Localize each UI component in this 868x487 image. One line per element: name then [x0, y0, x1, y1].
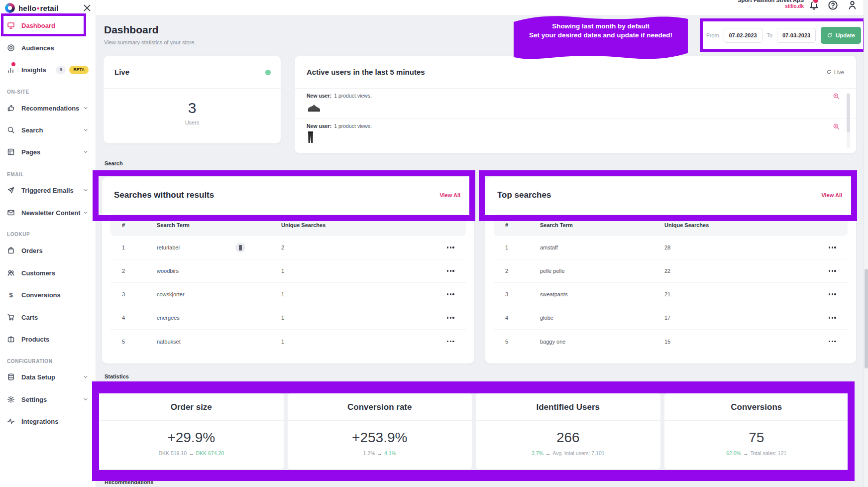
from-date-input[interactable]: 07-02-2023	[724, 28, 762, 43]
page-title: Dashboard	[104, 24, 159, 36]
stat-detail: 3.7%→Avg. total users: 7,101	[476, 450, 660, 456]
stat-title: Conversion rate	[288, 393, 472, 412]
sidebar-item-audiences[interactable]: Audiences	[0, 39, 96, 56]
product-thumbnail-pants	[307, 131, 315, 144]
stat-value: +253.9%	[288, 430, 472, 446]
activity-icon	[7, 417, 15, 425]
table-row: 2 pelle pelle 22	[494, 259, 848, 283]
table-header-row: Searches without results View All	[102, 177, 474, 200]
chevron-down-icon	[83, 396, 89, 402]
sidebar-item-recommendations[interactable]: Recommendations	[0, 100, 96, 117]
sidebar-item-carts[interactable]: Carts	[0, 309, 96, 326]
sidebar-item-insights[interactable]: Insights 9 BETA	[0, 61, 96, 78]
account-name: Sport Fashion Street ApS	[724, 0, 804, 3]
sidebar-item-newsletter-content[interactable]: Newsletter Content	[0, 204, 96, 221]
stat-value: +29.9%	[99, 430, 284, 446]
live-card-title: Live	[114, 68, 129, 76]
active-user-event: New user:1 product views.	[307, 93, 826, 99]
active-user-row: New user:1 product views.	[295, 119, 856, 149]
page-scrollbar-thumb[interactable]	[865, 269, 868, 368]
sidebar-item-label: Dashboard	[21, 22, 55, 29]
row-options-icon[interactable]	[446, 291, 466, 297]
sidebar-item-label: Search	[21, 126, 43, 134]
sidebar-item-conversions[interactable]: $ Conversions	[0, 286, 96, 303]
sidebar-section-email: EMAIL	[7, 172, 24, 177]
brand-logo[interactable]: hello•retail	[5, 3, 92, 13]
sidebar-item-orders[interactable]: Orders	[0, 242, 96, 259]
sidebar-item-data-setup[interactable]: Data Setup	[0, 368, 96, 385]
sidebar-section-on-site: ON-SITE	[7, 89, 29, 95]
chevron-down-icon	[83, 127, 89, 133]
sidebar-item-search[interactable]: Search	[0, 122, 96, 138]
row-options-icon[interactable]	[446, 339, 466, 344]
sidebar-item-triggered-emails[interactable]: Triggered Emails	[0, 182, 96, 199]
table-row: 4 globe 17	[494, 306, 848, 330]
database-icon	[7, 373, 15, 381]
row-options-icon[interactable]	[828, 291, 848, 297]
product-thumbnail-shoe	[307, 101, 322, 114]
sidebar-item-dashboard[interactable]: Dashboard	[0, 17, 96, 34]
live-card-body: 3 Users	[104, 100, 281, 125]
order-bag-icon	[7, 246, 15, 254]
sidebar-item-customers[interactable]: Customers	[0, 264, 96, 281]
update-button[interactable]: Update	[821, 27, 861, 44]
card-scrollbar-thumb[interactable]	[847, 94, 850, 132]
refresh-icon	[826, 69, 832, 75]
sidebar-item-label: Data Setup	[21, 373, 55, 381]
stat-card-conversion-rate: Conversion rate +253.9% 1.2%→4.1%	[288, 393, 472, 469]
search-icon	[7, 126, 15, 134]
sidebar-item-label: Recommendations	[21, 105, 79, 112]
active-user-row: New user:1 product views.	[295, 89, 856, 119]
live-card-header: Live	[104, 56, 281, 89]
chevron-down-icon	[83, 105, 89, 111]
app-screen: hello•retail Dashboard Audiences Insight…	[0, 0, 868, 487]
divider	[664, 420, 849, 421]
sidebar-item-products[interactable]: Products	[0, 331, 96, 348]
row-options-icon[interactable]	[446, 315, 466, 320]
live-refresh-control[interactable]: Live	[826, 69, 844, 75]
stat-value: 266	[476, 430, 660, 446]
view-all-link[interactable]: View All	[439, 192, 460, 198]
help-icon[interactable]	[828, 0, 838, 10]
notification-dot	[11, 62, 15, 66]
zoom-in-icon[interactable]	[833, 123, 840, 130]
stat-title: Conversions	[664, 393, 849, 412]
sidebar-item-pages[interactable]: Pages	[0, 143, 96, 160]
sidebar: hello•retail Dashboard Audiences Insight…	[0, 0, 96, 487]
stat-detail: 1.2%→4.1%	[288, 450, 472, 456]
to-date-input[interactable]: 07-03-2023	[777, 28, 816, 43]
sidebar-item-settings[interactable]: Settings	[0, 391, 96, 408]
chevron-down-icon	[83, 187, 89, 193]
table-row: 5 baggy one 15	[494, 330, 848, 353]
send-icon	[7, 186, 15, 194]
sidebar-item-integrations[interactable]: Integrations	[0, 413, 96, 430]
view-all-link[interactable]: View All	[821, 192, 842, 198]
refresh-icon	[827, 32, 833, 38]
top-searches-title: Top searches	[497, 190, 551, 200]
dollar-icon: $	[7, 291, 15, 299]
beta-badge: BETA	[69, 66, 89, 74]
row-options-icon[interactable]	[828, 244, 848, 250]
row-options-icon[interactable]	[828, 268, 848, 273]
row-options-icon[interactable]	[446, 268, 466, 273]
live-user-count: 3	[104, 100, 281, 117]
brand-logo-text: hello•retail	[18, 4, 59, 12]
sidebar-item-label: Products	[21, 336, 49, 343]
row-options-icon[interactable]	[828, 339, 848, 344]
table-column-headers: # Search Term Unique Searches	[494, 214, 848, 236]
account-switcher[interactable]: Sport Fashion Street ApS stilio.dk	[724, 0, 804, 9]
row-options-icon[interactable]	[828, 315, 848, 320]
gear-icon	[7, 395, 15, 403]
chevron-down-icon	[83, 210, 89, 216]
stat-detail: DKK 519.10→DKK 674.20	[99, 450, 284, 456]
section-label-search: Search	[105, 160, 123, 166]
chevron-down-icon	[83, 149, 89, 155]
row-options-icon[interactable]	[446, 244, 466, 250]
user-icon[interactable]	[847, 0, 858, 10]
stat-card-conversions: Conversions 75 62.0%→Total sales: 121	[664, 393, 849, 469]
zoom-in-icon[interactable]	[833, 93, 840, 100]
account-domain: stilio.dk	[724, 3, 804, 9]
divider	[476, 420, 660, 421]
close-sidebar-icon[interactable]	[83, 3, 92, 12]
searches-without-results-title: Searches without results	[114, 190, 214, 200]
